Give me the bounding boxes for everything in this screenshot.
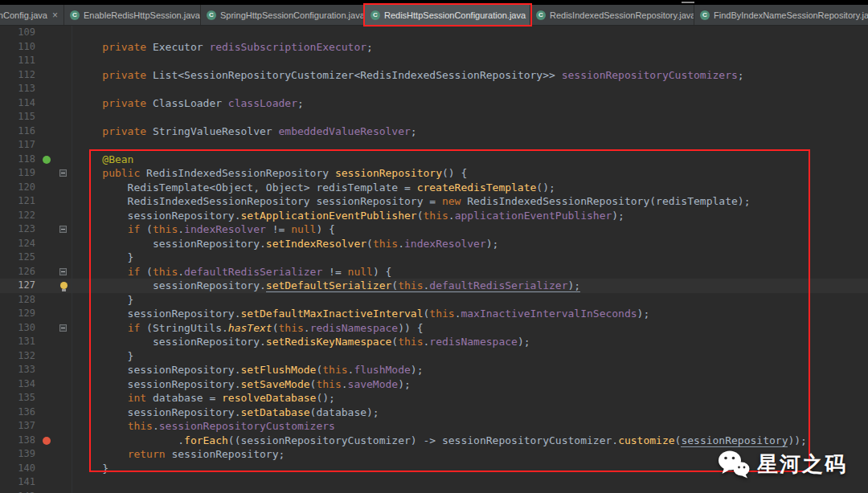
line-number[interactable]: 113	[0, 82, 39, 96]
line-number[interactable]: 110	[0, 40, 39, 55]
code-line-142[interactable]: 142 @Bean	[0, 490, 868, 493]
code-line-131[interactable]: 131 sessionRepository.setRedisKeyNamespa…	[0, 335, 868, 349]
gutter-icon-cell	[39, 349, 56, 364]
gutter-icon-cell	[39, 209, 56, 223]
spring-bean-icon[interactable]	[43, 156, 51, 164]
gutter-icon-cell	[39, 68, 56, 83]
code-line-122[interactable]: 122 sessionRepository.setApplicationEven…	[0, 209, 868, 223]
code-line-120[interactable]: 120 RedisTemplate<Object, Object> redisT…	[0, 181, 868, 195]
line-number[interactable]: 111	[0, 54, 39, 68]
line-number[interactable]: 117	[0, 138, 39, 153]
fold-cell	[56, 265, 72, 279]
code-line-136[interactable]: 136 sessionRepository.setDatabase(databa…	[0, 405, 868, 420]
fold-cell	[56, 96, 72, 111]
line-number[interactable]: 114	[0, 96, 39, 111]
code-line-118[interactable]: 118 @Bean	[0, 153, 868, 167]
code-line-125[interactable]: 125 }	[0, 251, 868, 265]
code-line-117[interactable]: 117	[0, 138, 868, 153]
code-text: RedisIndexedSessionRepository sessionRep…	[72, 194, 750, 209]
line-number[interactable]: 109	[0, 26, 39, 40]
code-line-123[interactable]: 123 if (this.indexResolver != null) {	[0, 222, 868, 237]
code-editor[interactable]: 109110 private Executor redisSubscriptio…	[0, 26, 868, 493]
fold-collapse-icon[interactable]	[59, 169, 67, 177]
line-number[interactable]: 115	[0, 110, 39, 124]
code-text: private List<SessionRepositoryCustomizer…	[72, 68, 744, 83]
code-line-119[interactable]: 119 public RedisIndexedSessionRepository…	[0, 166, 868, 181]
line-number[interactable]: 131	[0, 335, 39, 349]
fold-collapse-icon[interactable]	[59, 324, 67, 332]
line-number[interactable]: 138	[0, 434, 39, 448]
line-number[interactable]: 125	[0, 251, 39, 265]
code-line-134[interactable]: 134 sessionRepository.setSaveMode(this.s…	[0, 377, 868, 392]
tab-close-icon[interactable]: ×	[530, 10, 530, 20]
line-number[interactable]: 135	[0, 391, 39, 405]
line-number[interactable]: 139	[0, 447, 39, 462]
line-number[interactable]: 129	[0, 307, 39, 321]
code-line-138[interactable]: 138 .forEach((sessionRepositoryCustomize…	[0, 434, 868, 448]
fold-cell	[56, 110, 72, 124]
code-text	[72, 475, 77, 490]
editor-tab-5[interactable]: CRedisIndexedSessionRepository.java×	[530, 5, 694, 25]
code-line-114[interactable]: 114 private ClassLoader classLoader;	[0, 96, 868, 111]
line-number[interactable]: 137	[0, 419, 39, 434]
gutter-icon-cell	[39, 40, 56, 55]
line-number[interactable]: 136	[0, 405, 39, 420]
line-number[interactable]: 123	[0, 222, 39, 237]
code-line-112[interactable]: 112 private List<SessionRepositoryCustom…	[0, 68, 868, 83]
fold-cell	[56, 405, 72, 420]
code-line-127[interactable]: 127 sessionRepository.setDefaultSerializ…	[0, 279, 868, 293]
fold-cell	[56, 68, 72, 83]
line-number[interactable]: 116	[0, 124, 39, 139]
line-number[interactable]: 142	[0, 490, 39, 493]
ide-window: nConfig.java×CEnableRedisHttpSession.jav…	[0, 0, 868, 493]
line-number[interactable]: 124	[0, 237, 39, 251]
fold-collapse-icon[interactable]	[59, 226, 67, 233]
line-number[interactable]: 141	[0, 475, 39, 490]
line-number[interactable]: 130	[0, 321, 39, 336]
editor-tab-3[interactable]: CSpringHttpSessionConfiguration.java×	[201, 5, 365, 25]
gutter-marker-icon[interactable]	[43, 437, 51, 445]
code-line-111[interactable]: 111	[0, 54, 868, 68]
code-line-130[interactable]: 130 if (StringUtils.hasText(this.redisNa…	[0, 321, 868, 336]
line-number[interactable]: 126	[0, 265, 39, 279]
editor-tab-1[interactable]: nConfig.java×	[0, 5, 64, 25]
line-number[interactable]: 134	[0, 377, 39, 392]
code-line-113[interactable]: 113	[0, 82, 868, 96]
code-line-110[interactable]: 110 private Executor redisSubscriptionEx…	[0, 40, 868, 55]
code-line-109[interactable]: 109	[0, 26, 868, 40]
gutter-icon-cell	[39, 124, 56, 139]
fold-collapse-icon[interactable]	[59, 268, 67, 275]
editor-tab-2[interactable]: CEnableRedisHttpSession.java×	[64, 5, 201, 25]
code-line-126[interactable]: 126 if (this.defaultRedisSerializer != n…	[0, 265, 868, 279]
line-number[interactable]: 120	[0, 181, 39, 195]
line-number[interactable]: 122	[0, 209, 39, 223]
line-number[interactable]: 132	[0, 349, 39, 364]
code-line-135[interactable]: 135 int database = resolveDatabase();	[0, 391, 868, 405]
code-line-129[interactable]: 129 sessionRepository.setDefaultMaxInact…	[0, 307, 868, 321]
watermark: 星河之码	[718, 450, 847, 479]
code-text	[72, 82, 77, 96]
code-line-124[interactable]: 124 sessionRepository.setIndexResolver(t…	[0, 237, 868, 251]
code-line-121[interactable]: 121 RedisIndexedSessionRepository sessio…	[0, 194, 868, 209]
line-number[interactable]: 133	[0, 363, 39, 377]
window-controls-hint	[682, 2, 694, 3]
code-line-137[interactable]: 137 this.sessionRepositoryCustomizers	[0, 419, 868, 434]
line-number[interactable]: 112	[0, 68, 39, 83]
line-number[interactable]: 119	[0, 166, 39, 181]
code-line-116[interactable]: 116 private StringValueResolver embedded…	[0, 124, 868, 139]
editor-tab-4[interactable]: CRedisHttpSessionConfiguration.java×	[365, 5, 530, 25]
code-line-128[interactable]: 128 }	[0, 293, 868, 308]
line-number[interactable]: 128	[0, 293, 39, 308]
code-line-133[interactable]: 133 sessionRepository.setFlushMode(this.…	[0, 363, 868, 377]
tab-close-icon[interactable]: ×	[51, 10, 58, 20]
wechat-icon	[718, 450, 750, 479]
code-line-132[interactable]: 132 }	[0, 349, 868, 364]
line-number[interactable]: 121	[0, 194, 39, 209]
line-number[interactable]: 118	[0, 153, 39, 167]
intention-bulb-icon[interactable]	[60, 282, 68, 289]
line-number[interactable]: 140	[0, 462, 39, 476]
line-number[interactable]: 127	[0, 279, 39, 293]
fold-cell	[56, 209, 72, 223]
editor-tab-6[interactable]: CFindByIndexNameSessionRepository.java	[694, 5, 868, 25]
code-line-115[interactable]: 115	[0, 110, 868, 124]
